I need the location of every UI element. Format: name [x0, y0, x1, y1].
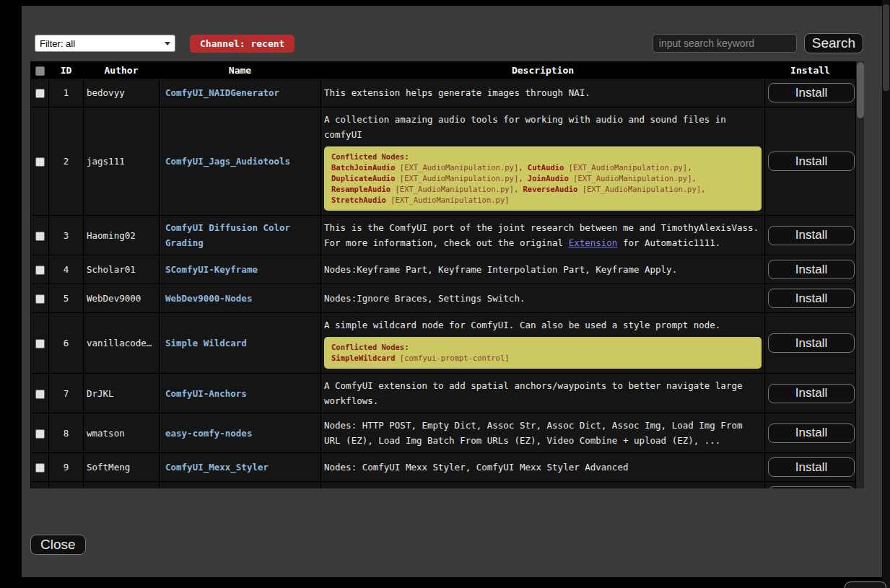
table-header-row: ID Author Name Description Install — [31, 62, 856, 79]
row-id: 2 — [49, 107, 84, 216]
install-button-cell: Install — [765, 284, 856, 313]
filter-select[interactable]: Filter: all — [35, 35, 175, 52]
install-button[interactable]: Install — [768, 486, 855, 488]
header-author: Author — [84, 62, 160, 79]
conflict-node-name: ResampleAudio — [331, 185, 391, 193]
table-row: 4Scholar01SComfyUI-KeyframeNodes:Keyfram… — [31, 255, 856, 284]
conflict-ext-name: [EXT_AudioManipulation.py] — [564, 163, 687, 172]
search-input[interactable] — [653, 34, 797, 53]
page-scrollbar-thumb[interactable] — [883, 4, 889, 91]
row-checkbox[interactable] — [35, 463, 45, 473]
row-checkbox-cell — [31, 374, 49, 413]
row-name-cell: Simple Wildcard — [160, 313, 321, 374]
row-id: 4 — [49, 255, 84, 284]
custom-nodes-table-wrap: ID Author Name Description Install 1bedo… — [30, 61, 864, 488]
install-button[interactable]: Install — [768, 289, 855, 308]
header-description: Description — [321, 62, 765, 79]
row-author: wmatson — [84, 413, 160, 453]
table-row: 1bedovyyComfyUI_NAIDGeneratorThis extens… — [31, 79, 856, 107]
channel-badge: Channel: recent — [190, 35, 295, 53]
description-link[interactable]: Extension — [569, 237, 618, 248]
row-checkbox[interactable] — [35, 266, 45, 275]
table-row: 2jags111ComfyUI_Jags_AudiotoolsA collect… — [31, 107, 856, 216]
description-text: This is the ComfyUI port of the joint re… — [324, 220, 762, 250]
row-checkbox[interactable] — [35, 89, 45, 98]
table-scrollbar[interactable] — [855, 61, 864, 488]
row-checkbox-cell — [31, 482, 49, 489]
conflict-node-name: SimpleWildcard — [331, 354, 396, 362]
row-description: A ComfyUI extension to add spatial ancho… — [321, 374, 765, 413]
conflict-node-name: BatchJoinAudio — [331, 163, 396, 172]
conflict-node-name: JoinAudio — [528, 174, 569, 183]
conflict-title: Conflicted Nodes: — [331, 152, 754, 162]
extension-name-link[interactable]: SComfyUI-Keyframe — [165, 264, 258, 275]
row-checkbox[interactable] — [35, 390, 45, 399]
install-button-cell: Install — [765, 482, 856, 489]
select-all-checkbox[interactable] — [35, 66, 45, 76]
extension-name-link[interactable]: ComfyUI-Anchors — [165, 388, 247, 399]
install-button-cell: Install — [765, 79, 856, 107]
conflict-ext-name: [comfyui-prompt-control] — [396, 354, 510, 362]
row-name-cell: ComfyUI-Anchors — [160, 374, 321, 413]
install-button-cell: Install — [765, 374, 856, 413]
extension-name-link[interactable]: ComfyUI Diffusion Color Grading — [165, 222, 290, 248]
row-description: Nodes:Ignore Braces, Settings Switch. — [321, 284, 765, 313]
row-id: 8 — [49, 413, 84, 453]
dialog-toolbar: Filter: all Channel: recent Search — [35, 33, 863, 53]
extension-name-link[interactable]: ComfyUI_NAIDGenerator — [165, 87, 279, 98]
row-checkbox[interactable] — [35, 429, 45, 439]
row-checkbox[interactable] — [35, 232, 45, 241]
table-scrollbar-thumb[interactable] — [857, 62, 864, 118]
description-text: A simple wildcard node for ComfyUI. Can … — [324, 317, 762, 333]
row-id: 6 — [49, 313, 84, 374]
row-checkbox[interactable] — [35, 339, 45, 348]
row-author: bedovyy — [84, 79, 160, 107]
install-button[interactable]: Install — [768, 152, 855, 171]
extension-name-link[interactable]: ComfyUI_Mexx_Styler — [165, 462, 269, 473]
description-text: A ComfyUI extension to add spatial ancho… — [324, 378, 762, 408]
install-button[interactable]: Install — [768, 260, 855, 279]
table-row: 8wmatsoneasy-comfy-nodesNodes: HTTP POST… — [31, 413, 856, 453]
header-checkbox-cell — [31, 62, 49, 79]
row-name-cell: WebDev9000-Nodes — [160, 284, 321, 313]
row-checkbox-cell — [31, 216, 49, 255]
table-row: 9SoftMengComfyUI_Mexx_StylerNodes: Comfy… — [31, 453, 856, 482]
partial-button[interactable] — [845, 582, 886, 588]
row-checkbox[interactable] — [35, 157, 45, 167]
table-row: 6vanillacode…Simple WildcardA simple wil… — [31, 313, 856, 374]
row-name-cell: ComfyUI_Jags_Audiotools — [160, 107, 321, 216]
row-checkbox-cell — [31, 79, 49, 107]
table-row: 7DrJKLComfyUI-AnchorsA ComfyUI extension… — [31, 374, 856, 413]
row-name-cell: ComfyUI Diffusion Color Grading — [160, 216, 321, 255]
filter-select-wrap: Filter: all — [35, 35, 175, 52]
description-text: A collection amazing audio tools for wor… — [324, 112, 762, 142]
extension-name-link[interactable]: easy-comfy-nodes — [165, 428, 252, 439]
close-button[interactable]: Close — [30, 535, 86, 555]
extension-name-link[interactable]: ComfyUI_Jags_Audiotools — [165, 156, 290, 167]
install-button[interactable]: Install — [768, 333, 855, 353]
install-button[interactable]: Install — [768, 457, 855, 477]
install-button[interactable]: Install — [768, 83, 855, 102]
row-description: Nodes: HTTP POST, Empty Dict, Assoc Str,… — [321, 413, 765, 453]
install-button[interactable]: Install — [768, 424, 855, 443]
row-author: DrJKL — [84, 374, 160, 413]
page-scrollbar[interactable] — [882, 0, 890, 588]
row-id: 5 — [49, 284, 84, 313]
install-button[interactable]: Install — [768, 226, 855, 245]
row-name-cell: easy-comfy-nodes — [160, 413, 321, 453]
table-row: 5WebDev9000WebDev9000-NodesNodes:Ignore … — [31, 284, 856, 313]
header-name: Name — [160, 62, 321, 79]
install-button-cell: Install — [765, 255, 856, 284]
conflict-ext-name: [EXT_AudioManipulation.py] — [577, 185, 701, 193]
extension-name-link[interactable]: Simple Wildcard — [165, 338, 247, 348]
install-button[interactable]: Install — [768, 384, 855, 403]
row-checkbox[interactable] — [35, 294, 45, 304]
row-description: Nodes: ComfyUI Mexx Styler, ComfyUI Mexx… — [321, 453, 765, 482]
search-button[interactable]: Search — [804, 33, 863, 53]
row-author: Haoming02 — [84, 216, 160, 255]
install-button-cell: Install — [765, 107, 856, 216]
row-checkbox-cell — [31, 453, 49, 482]
conflict-ext-name: [EXT_AudioManipulation.py] — [386, 196, 510, 204]
install-button-cell: Install — [765, 216, 856, 255]
extension-name-link[interactable]: WebDev9000-Nodes — [165, 293, 252, 304]
